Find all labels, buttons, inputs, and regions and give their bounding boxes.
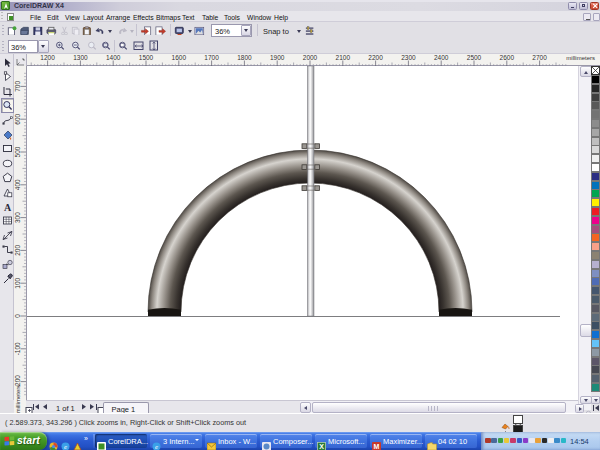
svg-text:2700: 2700 <box>532 54 547 61</box>
svg-text:1900: 1900 <box>270 54 285 61</box>
svg-text:0: 0 <box>14 314 21 318</box>
svg-text:millimeters: millimeters <box>15 385 21 413</box>
svg-text:1600: 1600 <box>172 54 187 61</box>
svg-text:A: A <box>3 202 11 213</box>
svg-text:600: 600 <box>14 113 21 124</box>
svg-text:500: 500 <box>14 146 21 157</box>
svg-text:1500: 1500 <box>139 54 154 61</box>
svg-text:millimeters: millimeters <box>566 55 595 61</box>
svg-text:2300: 2300 <box>401 54 416 61</box>
svg-text:1800: 1800 <box>237 54 252 61</box>
svg-text:e: e <box>64 443 67 450</box>
svg-text:2000: 2000 <box>303 54 318 61</box>
svg-text:X: X <box>319 443 324 450</box>
svg-text:2400: 2400 <box>434 54 449 61</box>
svg-text:1400: 1400 <box>106 54 121 61</box>
svg-text:-100: -100 <box>14 342 21 355</box>
svg-text:100: 100 <box>14 277 21 288</box>
svg-text:1700: 1700 <box>204 54 219 61</box>
svg-text:e: e <box>155 443 158 450</box>
svg-text:2600: 2600 <box>500 54 515 61</box>
svg-text:300: 300 <box>14 212 21 223</box>
svg-text:1200: 1200 <box>40 54 55 61</box>
svg-text:200: 200 <box>14 245 21 256</box>
svg-text:M: M <box>374 443 380 450</box>
svg-text:1300: 1300 <box>73 54 88 61</box>
svg-text:2500: 2500 <box>467 54 482 61</box>
svg-text:700: 700 <box>14 81 21 92</box>
svg-text:2100: 2100 <box>336 54 351 61</box>
svg-text:2200: 2200 <box>368 54 383 61</box>
svg-text:400: 400 <box>14 179 21 190</box>
